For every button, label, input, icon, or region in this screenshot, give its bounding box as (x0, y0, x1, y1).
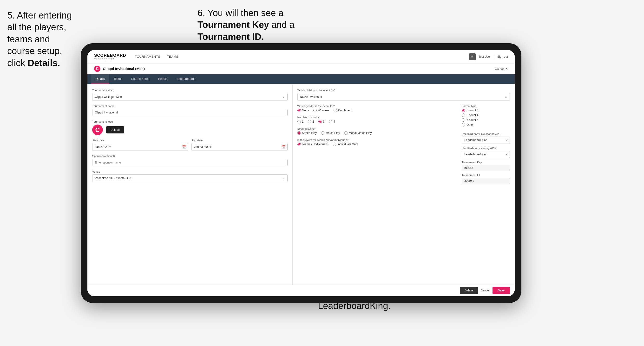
right-column: Which division is the event for? NCAA Di… (292, 84, 515, 284)
format-5count4[interactable]: 5 count 4 (462, 109, 510, 112)
end-date-col: End date 📅 (192, 139, 287, 151)
tab-details[interactable]: Details (91, 74, 109, 84)
division-select-wrapper: NCAA Division III (298, 93, 510, 101)
tournament-host-select-wrapper: Clippd College - Men (92, 93, 288, 101)
nav-link-teams[interactable]: TEAMS (167, 55, 178, 58)
rounds-1[interactable]: 1 (298, 120, 304, 123)
main-content: Tournament Host Clippd College - Men Tou… (88, 84, 515, 284)
delete-button[interactable]: Delete (460, 287, 478, 294)
scoring-medal-match[interactable]: Medal Match Play (344, 131, 372, 135)
individuals-only[interactable]: Individuals Only (333, 143, 358, 146)
sub-header-left: C Clippd Invitational (Men) (94, 66, 145, 72)
third-party-input-2[interactable] (462, 151, 510, 158)
gender-mens[interactable]: Mens (298, 109, 309, 112)
scoring-match-radio[interactable] (321, 131, 324, 135)
tournament-host-label: Tournament Host (92, 89, 288, 92)
annotation-top-right: 6. You will then see a Tournament Key an… (198, 7, 347, 43)
gender-combined-radio[interactable] (334, 109, 337, 112)
gender-label: Which gender is the event for? (298, 105, 454, 108)
rounds-section: Number of rounds 1 2 3 (298, 116, 454, 123)
cancel-close[interactable]: Cancel ✕ (495, 67, 508, 70)
sub-header: C Clippd Invitational (Men) Cancel ✕ (88, 63, 515, 74)
annotation-left: 5. After entering all the players, teams… (7, 10, 82, 69)
division-select[interactable]: NCAA Division III (298, 93, 510, 101)
sub-header-title: Clippd Invitational (Men) (103, 67, 145, 71)
tab-teams[interactable]: Teams (109, 74, 127, 84)
nav-link-tournaments[interactable]: TOURNAMENTS (135, 55, 160, 58)
rounds-4-radio[interactable] (329, 120, 332, 123)
tournament-name-input[interactable] (92, 109, 288, 116)
tournament-name-label: Tournament name (92, 105, 288, 108)
brand-sub: Powered by clippd (94, 57, 126, 60)
rounds-4[interactable]: 4 (329, 120, 335, 123)
gender-mens-radio[interactable] (298, 109, 301, 112)
teams-plus-individuals[interactable]: Teams (+Individuals) (298, 143, 328, 146)
tournament-key-value: b4f6b7 (462, 165, 510, 171)
tab-leaderboards[interactable]: Leaderboards (172, 74, 200, 84)
format-5count4-radio[interactable] (462, 109, 465, 112)
tab-course-setup[interactable]: Course Setup (127, 74, 154, 84)
scoring-medal-match-radio[interactable] (344, 131, 348, 135)
tournament-name-section: Tournament name (92, 105, 288, 116)
save-button[interactable]: Save (492, 287, 510, 294)
tournament-host-select[interactable]: Clippd College - Men (92, 93, 288, 101)
tournament-id-value: 302051 (462, 178, 510, 184)
clippd-logo-icon: C (94, 66, 100, 72)
gender-section: Which gender is the event for? Mens Wome… (298, 105, 454, 112)
rounds-1-radio[interactable] (298, 120, 301, 123)
tabs-bar: Details Teams Course Setup Results Leade… (88, 74, 515, 84)
individuals-only-radio[interactable] (333, 143, 336, 146)
user-icon: SI (469, 53, 476, 60)
logo-row: C Upload (92, 125, 288, 135)
start-date-label: Start date (92, 139, 188, 142)
tournament-logo-label: Tournament logo (92, 120, 288, 123)
start-date-wrapper: 📅 (92, 143, 188, 151)
tablet-frame: SCOREBOARD Powered by clippd TOURNAMENTS… (81, 43, 522, 303)
sign-out-link[interactable]: Sign out (497, 55, 508, 58)
start-date-input[interactable] (92, 143, 188, 151)
venue-select[interactable]: Peachtree GC - Atlanta - GA (92, 174, 288, 182)
gender-combined[interactable]: Combined (334, 109, 352, 112)
tournament-logo-section: Tournament logo C Upload (92, 120, 288, 135)
start-date-calendar-icon: 📅 (182, 145, 186, 149)
scoring-match[interactable]: Match Play (321, 131, 340, 135)
nav-separator: | (494, 55, 494, 58)
sponsor-input[interactable] (92, 159, 288, 167)
end-date-wrapper: 📅 (192, 143, 287, 151)
venue-section: Venue Peachtree GC - Atlanta - GA (92, 170, 288, 182)
rounds-label: Number of rounds (298, 116, 454, 119)
rounds-2-radio[interactable] (308, 120, 311, 123)
third-party-clear-2[interactable]: ✕ (505, 153, 508, 156)
venue-select-wrapper: Peachtree GC - Atlanta - GA (92, 174, 288, 182)
gender-womens[interactable]: Womens (313, 109, 329, 112)
user-name: Test User (478, 55, 491, 58)
rounds-2[interactable]: 2 (308, 120, 314, 123)
cancel-button[interactable]: Cancel (481, 289, 490, 292)
rounds-radio-group: 1 2 3 4 (298, 120, 454, 123)
rounds-3-radio[interactable] (318, 120, 322, 123)
tablet-screen: SCOREBOARD Powered by clippd TOURNAMENTS… (88, 50, 515, 296)
third-party-clear-1[interactable]: ✕ (505, 139, 508, 142)
format-6count5[interactable]: 6 count 5 (462, 118, 510, 122)
end-date-input[interactable] (192, 143, 287, 151)
teams-label: Is this event for Teams and/or Individua… (298, 139, 454, 141)
rounds-3[interactable]: 3 (318, 120, 325, 123)
scoring-stroke-radio[interactable] (298, 131, 301, 135)
teams-plus-radio[interactable] (298, 143, 301, 146)
format-6count4-radio[interactable] (462, 114, 465, 117)
format-other[interactable]: Other (462, 123, 510, 127)
third-party-input-1[interactable] (462, 137, 510, 144)
upload-button[interactable]: Upload (106, 126, 124, 134)
format-6count4[interactable]: 6 count 4 (462, 114, 510, 117)
gender-womens-radio[interactable] (313, 109, 317, 112)
format-other-radio[interactable] (462, 123, 465, 127)
format-column: Format type 5 count 4 6 count 4 (462, 105, 510, 186)
format-options: 5 count 4 6 count 4 6 count 5 (462, 109, 510, 127)
scoring-stroke[interactable]: Stroke Play (298, 131, 317, 135)
venue-label: Venue (92, 170, 288, 173)
format-6count5-radio[interactable] (462, 118, 465, 122)
division-label: Which division is the event for? (298, 89, 510, 92)
tab-results[interactable]: Results (154, 74, 172, 84)
nav-links: TOURNAMENTS TEAMS (135, 55, 469, 58)
nav-right: SI Test User | Sign out (469, 53, 508, 60)
